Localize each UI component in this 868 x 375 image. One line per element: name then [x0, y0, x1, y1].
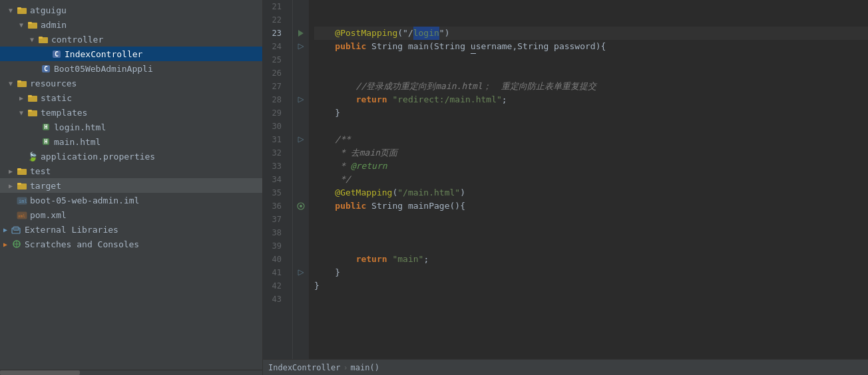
gutter-38: [293, 226, 309, 239]
tree-label: IndexController: [65, 49, 262, 59]
tree-label: static: [41, 93, 262, 103]
svg-marker-28: [298, 97, 304, 102]
tree-item-external-libraries[interactable]: ▶ External Libraries: [0, 222, 262, 237]
line-num-28: 28: [263, 93, 287, 106]
gutter-25: [293, 53, 309, 66]
tree-item-atguigu[interactable]: ▼ atguigu: [0, 3, 262, 17]
gutter-40: [293, 253, 309, 266]
gutter-29: [293, 106, 309, 120]
file-tree: ▼ atguigu ▼ admin ▼ controller: [0, 0, 262, 370]
code-line-30: [314, 120, 868, 133]
token: main.html: [435, 80, 482, 93]
gutter-35: [293, 186, 309, 199]
tree-item-pom-xml[interactable]: xml pom.xml: [0, 207, 262, 222]
tree-item-main-html[interactable]: H main.html: [0, 134, 262, 149]
svg-rect-15: [17, 183, 21, 185]
token: (: [392, 186, 397, 199]
line-num-24: 24: [263, 40, 287, 53]
tree-label: atguigu: [30, 5, 262, 15]
file-tree-panel: ▼ atguigu ▼ admin ▼ controller: [0, 0, 263, 375]
tree-item-test[interactable]: ▶ test: [0, 164, 262, 178]
line-num-35: 35: [263, 186, 287, 199]
line-num-30: 30: [263, 120, 287, 133]
folder-icon: [16, 5, 28, 15]
token: [314, 40, 335, 53]
svg-rect-3: [28, 22, 32, 24]
token: [387, 93, 393, 106]
svg-point-31: [300, 205, 302, 207]
gutter-26: [293, 66, 309, 80]
token: */: [314, 173, 351, 186]
tree-item-iml[interactable]: iml boot-05-web-admin.iml: [0, 193, 262, 207]
svg-rect-7: [17, 80, 21, 82]
code-line-35: @GetMapping("/main.html"): [314, 186, 868, 199]
token: [314, 199, 335, 213]
token: * 去main页面: [314, 146, 397, 160]
gutter-22: [293, 13, 309, 27]
token: return: [356, 253, 387, 266]
tree-item-controller[interactable]: ▼ controller: [0, 32, 262, 47]
token: [314, 93, 356, 106]
expand-arrow: ▼: [16, 21, 27, 29]
breadcrumb-part-1[interactable]: IndexController: [268, 363, 340, 372]
svg-rect-9: [28, 95, 32, 97]
code-line-26: [314, 66, 868, 80]
svg-rect-13: [17, 168, 21, 170]
token: ): [460, 186, 465, 199]
html-file-icon: H: [40, 137, 52, 146]
tree-item-application-properties[interactable]: 🍃 application.properties: [0, 149, 262, 164]
tree-label: controller: [51, 35, 262, 45]
token: public: [335, 40, 366, 53]
folder-icon: [27, 108, 39, 117]
token: ； 重定向防止表单重复提交: [483, 80, 597, 93]
gutter-34: [293, 173, 309, 186]
token: ;: [423, 253, 429, 266]
expand-arrow: ▼: [5, 80, 16, 87]
line-num-21: 21: [263, 0, 287, 13]
token: [314, 27, 335, 40]
token: }: [314, 106, 340, 120]
tree-item-Boot05WebAdminAppli[interactable]: C Boot05WebAdminAppli: [0, 61, 262, 76]
tree-label: External Libraries: [25, 225, 262, 235]
tree-label: login.html: [54, 122, 262, 132]
token-highlight: login: [413, 27, 439, 40]
tree-label: application.properties: [41, 152, 262, 162]
tree-item-templates[interactable]: ▼ templates: [0, 105, 262, 120]
tree-item-IndexController[interactable]: C IndexController: [0, 47, 262, 61]
code-line-36: public String mainPage(){: [314, 199, 868, 213]
folder-icon: [27, 93, 39, 102]
token: return: [356, 93, 387, 106]
token: "/main.html": [397, 186, 460, 199]
folder-icon: [27, 20, 39, 29]
code-line-32: * 去main页面: [314, 146, 868, 160]
token: String mainPage(){: [366, 199, 465, 213]
expand-arrow: ▶: [0, 241, 11, 248]
expand-arrow: ▶: [5, 168, 16, 175]
tree-item-login-html[interactable]: H login.html: [0, 120, 262, 134]
code-text[interactable]: @PostMapping("/login") public String mai…: [309, 0, 868, 359]
gutter-36: [293, 199, 309, 213]
tree-item-resources[interactable]: ▼ resources: [0, 76, 262, 90]
tree-label: main.html: [54, 137, 262, 147]
folder-icon: [37, 35, 49, 44]
code-line-33: * @return: [314, 160, 868, 173]
gutter-39: [293, 239, 309, 253]
token: ;: [502, 93, 507, 106]
breadcrumb-part-2[interactable]: main(): [351, 363, 379, 372]
token: @PostMapping: [335, 27, 397, 40]
breadcrumb-separator: ›: [343, 363, 347, 372]
sidebar-scrollbar[interactable]: [0, 370, 262, 375]
svg-text:xml: xml: [18, 213, 25, 218]
tree-label: pom.xml: [30, 210, 262, 220]
code-line-21: [314, 0, 868, 13]
tree-item-admin[interactable]: ▼ admin: [0, 17, 262, 32]
svg-text:iml: iml: [19, 199, 27, 204]
expand-arrow: ▼: [5, 7, 16, 14]
token: [387, 253, 393, 266]
tree-item-scratches-consoles[interactable]: ▶ Scratches and Consoles: [0, 237, 262, 251]
line-numbers-gutter: 21 22 23 24 25 26 27 28 29 30 31 32 33 3…: [263, 0, 293, 359]
expand-arrow: ▶: [16, 94, 27, 102]
tree-item-target[interactable]: ▶ target: [0, 178, 262, 193]
tree-label: templates: [41, 108, 262, 118]
tree-item-static[interactable]: ▶ static: [0, 90, 262, 105]
